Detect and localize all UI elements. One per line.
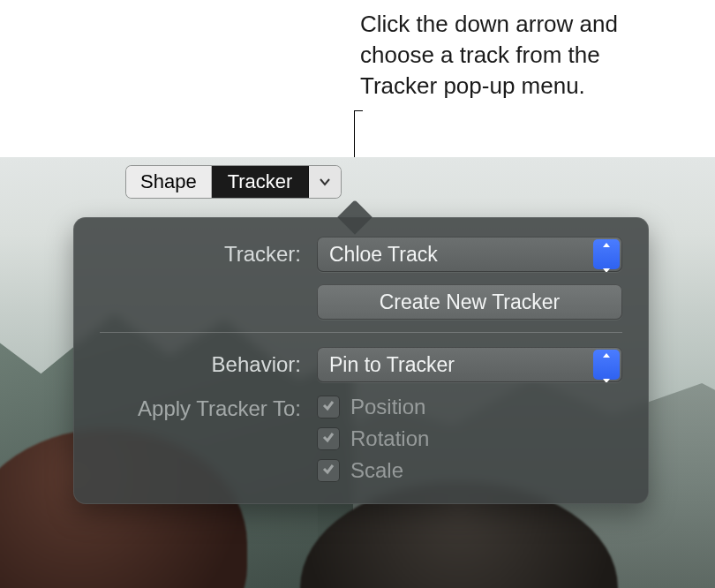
tracker-select-value: Chloe Track bbox=[329, 243, 438, 267]
position-checkbox[interactable] bbox=[317, 396, 340, 418]
segment-tracker[interactable]: Tracker bbox=[212, 166, 310, 198]
segment-tracker-label: Tracker bbox=[228, 170, 293, 193]
behavior-select-value: Pin to Tracker bbox=[329, 353, 455, 377]
tracker-select[interactable]: Chloe Track bbox=[317, 237, 622, 272]
tracker-popup-disclosure-button[interactable] bbox=[309, 166, 341, 198]
tracker-popover: Tracker: Chloe Track Create New Tracker bbox=[73, 217, 649, 504]
tracker-select-stepper[interactable] bbox=[593, 239, 620, 269]
chevron-down-icon bbox=[602, 255, 611, 272]
annotation-text: Click the down arrow and choose a track … bbox=[360, 9, 678, 102]
checkmark-icon bbox=[321, 462, 335, 479]
popover-divider bbox=[100, 332, 622, 333]
checkmark-icon bbox=[321, 398, 335, 416]
chevron-down-icon bbox=[602, 366, 611, 382]
behavior-select-stepper[interactable] bbox=[593, 350, 620, 380]
rotation-checkbox-label: Rotation bbox=[350, 426, 429, 451]
tracker-field-label: Tracker: bbox=[100, 242, 317, 267]
apply-tracker-to-label: Apply Tracker To: bbox=[100, 395, 317, 421]
segment-shape[interactable]: Shape bbox=[126, 166, 212, 198]
shape-tracker-segmented-control: Shape Tracker bbox=[126, 166, 341, 198]
chevron-up-icon bbox=[602, 347, 611, 364]
checkmark-icon bbox=[321, 430, 335, 448]
rotation-checkbox[interactable] bbox=[317, 427, 340, 450]
scale-checkbox-label: Scale bbox=[350, 458, 403, 483]
create-new-tracker-button[interactable]: Create New Tracker bbox=[317, 284, 622, 320]
chevron-down-icon bbox=[319, 170, 331, 193]
behavior-field-label: Behavior: bbox=[100, 352, 317, 377]
segment-shape-label: Shape bbox=[140, 170, 197, 193]
scale-checkbox[interactable] bbox=[317, 459, 340, 482]
position-checkbox-label: Position bbox=[350, 395, 425, 419]
chevron-up-icon bbox=[602, 237, 611, 253]
behavior-select[interactable]: Pin to Tracker bbox=[317, 347, 622, 382]
create-new-tracker-label: Create New Tracker bbox=[380, 290, 561, 314]
